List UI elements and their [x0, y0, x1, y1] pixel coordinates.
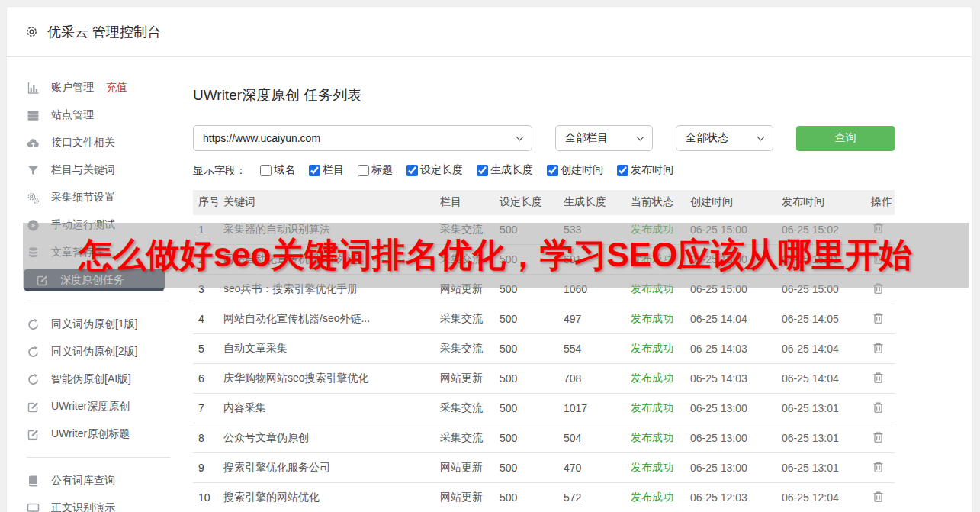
delete-task-button[interactable]: [871, 340, 885, 358]
field-option-label: 栏目: [323, 163, 344, 177]
sidebar-item-synonym-rewrite-v1[interactable]: 同义词伪原创[1版]: [7, 311, 193, 338]
table-header-row: 序号关键词栏目设定长度生成长度当前状态创建时间发布时间操作: [193, 190, 895, 215]
sidebar-item-column-keyword[interactable]: 栏目与关键词: [7, 156, 193, 184]
col-gen-length: 生成长度: [562, 190, 629, 215]
cell-index: 4: [193, 304, 222, 334]
trash-icon: [872, 312, 884, 327]
delete-task-button[interactable]: [871, 430, 885, 447]
sidebar-item-synonym-rewrite-v2[interactable]: 同义词伪原创[2版]: [7, 338, 193, 365]
sidebar-item-label: 接口文件相关: [51, 136, 115, 150]
col-status: 当前状态: [629, 190, 689, 215]
refresh-icon: [27, 346, 40, 359]
field-checkbox-category[interactable]: [309, 165, 320, 176]
sidebar-item-collect-detail[interactable]: 采集细节设置: [7, 184, 193, 211]
app-title: 优采云 管理控制台: [47, 23, 161, 41]
sidebar-item-account-manage[interactable]: 账户管理充值: [7, 74, 193, 101]
category-select[interactable]: 全部栏目: [555, 125, 653, 151]
col-set-length: 设定长度: [498, 190, 562, 215]
cell-status: 发布成功: [629, 304, 689, 334]
cell-published: 06-25 14:04: [780, 334, 869, 364]
cell-gen-length: 470: [562, 453, 629, 483]
sidebar-divider: [27, 301, 170, 301]
sidebar-item-uwriter-original-title[interactable]: UWriter原创标题: [7, 420, 193, 448]
field-option-label: 标题: [371, 163, 393, 177]
field-checkbox-domain[interactable]: [260, 165, 272, 176]
gear-icon: [25, 25, 38, 38]
cell-actions: [869, 423, 895, 453]
sidebar-item-label: 采集细节设置: [51, 191, 115, 204]
cell-status: 发布成功: [629, 364, 689, 394]
cell-created: 06-25 14:03: [689, 334, 780, 364]
table-row: 9搜索引擎优化服务公司网站更新500470发布成功06-25 13:0006-2…: [193, 453, 895, 483]
status-select-value: 全部状态: [686, 131, 728, 145]
field-option-gen-length[interactable]: 生成长度: [477, 163, 533, 177]
field-option-set-length[interactable]: 设定长度: [406, 163, 463, 177]
cell-status: 发布成功: [629, 394, 689, 423]
cell-published: 06-25 13:01: [780, 394, 869, 423]
cell-status: 发布成功: [629, 483, 689, 512]
cell-gen-length: 708: [562, 364, 629, 394]
trash-icon: [872, 401, 884, 416]
cell-published: 06-25 13:01: [780, 453, 869, 483]
cell-category: 网站更新: [439, 364, 498, 394]
cell-set-length: 500: [498, 304, 562, 334]
cell-keyword: 搜索引擎的网站优化: [222, 483, 439, 512]
cell-created: 06-25 14:04: [689, 304, 780, 334]
field-option-category[interactable]: 栏目: [309, 163, 344, 177]
delete-task-button[interactable]: [871, 489, 885, 507]
field-option-published-time[interactable]: 发布时间: [617, 163, 673, 177]
field-checkbox-created-time[interactable]: [547, 165, 558, 176]
col-created: 创建时间: [689, 190, 780, 215]
sidebar-item-interface-file[interactable]: 接口文件相关: [7, 129, 193, 156]
chevron-down-icon: [757, 134, 765, 141]
sidebar-item-label: 正文识别演示: [51, 501, 115, 512]
recharge-badge[interactable]: 充值: [106, 81, 127, 95]
site-select[interactable]: https://www.ucaiyun.com: [193, 125, 532, 151]
cell-actions: [869, 364, 895, 394]
sidebar-item-content-recognition-demo[interactable]: 正文识别演示: [7, 494, 193, 512]
trash-icon: [872, 491, 884, 505]
gears-icon: [27, 192, 40, 204]
field-checkbox-published-time[interactable]: [617, 165, 628, 176]
book-icon: [27, 475, 40, 488]
trash-icon: [872, 461, 884, 475]
delete-task-button[interactable]: [871, 459, 885, 477]
query-button[interactable]: 查询: [796, 126, 895, 151]
cell-keyword: 自动文章采集: [222, 334, 439, 364]
field-checkbox-set-length[interactable]: [406, 165, 418, 176]
watermark-band: [23, 223, 969, 288]
field-option-created-time[interactable]: 创建时间: [547, 163, 603, 177]
cell-status: 发布成功: [629, 334, 689, 364]
chevron-down-icon: [516, 134, 524, 141]
sidebar-item-uwriter-deep-original[interactable]: UWriter深度原创: [7, 393, 193, 420]
cell-keyword: 庆华购物网站seo搜索引擎优化: [222, 364, 439, 394]
sidebar-divider: [27, 457, 170, 458]
sidebar-item-public-lexicon-query[interactable]: 公有词库查询: [7, 467, 193, 494]
cell-gen-length: 497: [562, 304, 629, 334]
col-keyword: 关键词: [222, 190, 439, 215]
cell-category: 采集交流: [439, 394, 498, 423]
cell-created: 06-25 12:03: [689, 483, 780, 512]
field-option-domain[interactable]: 域名: [260, 163, 295, 177]
cell-status: 发布成功: [629, 423, 689, 453]
sidebar-item-label: 站点管理: [51, 108, 94, 122]
sidebar-item-site-manage[interactable]: 站点管理: [7, 101, 193, 129]
filter-icon: [27, 164, 40, 177]
cell-set-length: 500: [498, 394, 562, 423]
cell-published: 06-25 13:01: [780, 423, 869, 453]
field-option-title[interactable]: 标题: [358, 163, 393, 177]
sidebar-item-label: 栏目与关键词: [51, 163, 115, 177]
edit-icon: [27, 428, 40, 441]
trash-icon: [872, 372, 884, 386]
cell-set-length: 500: [498, 453, 562, 483]
app-header: 优采云 管理控制台: [7, 7, 972, 57]
field-option-label: 域名: [274, 163, 295, 177]
field-checkbox-title[interactable]: [358, 165, 369, 176]
status-select[interactable]: 全部状态: [676, 125, 773, 151]
sidebar-item-ai-rewrite[interactable]: 智能伪原创[AI版]: [7, 365, 193, 393]
delete-task-button[interactable]: [871, 370, 885, 388]
delete-task-button[interactable]: [871, 311, 885, 328]
field-option-label: 创建时间: [561, 163, 603, 177]
field-checkbox-gen-length[interactable]: [477, 165, 488, 176]
delete-task-button[interactable]: [871, 400, 885, 417]
